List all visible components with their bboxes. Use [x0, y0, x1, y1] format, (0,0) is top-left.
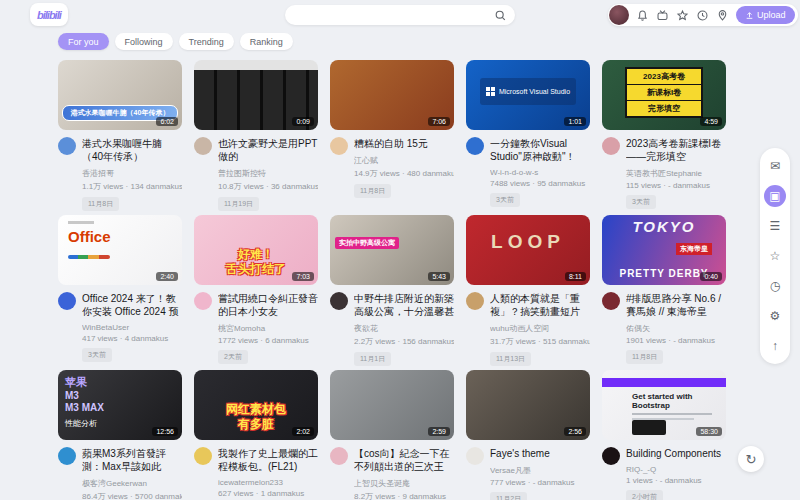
search-icon[interactable] [494, 9, 507, 22]
uploader-avatar[interactable] [58, 292, 76, 310]
tab-following[interactable]: Following [115, 33, 173, 50]
uploader-avatar[interactable] [194, 447, 212, 465]
video-card[interactable]: 网红素材包有多脏 2:02 我製作了史上最爛的工程模板包。(FL21) icew… [194, 370, 318, 500]
video-thumbnail[interactable]: 0:09 [194, 60, 318, 130]
video-thumbnail[interactable]: Get started with Bootstrap 58:30 [602, 370, 726, 440]
video-title[interactable]: 【cos向】紀念一下在不列顛出道的三次王 [354, 447, 454, 473]
video-card[interactable]: 2023高考卷新课标I卷完形填空 4:59 2023高考卷新課標I卷——完形填空… [602, 60, 726, 215]
video-thumbnail[interactable]: TOKYO东海帝皇PRETTY DERBY 0:40 [602, 215, 726, 285]
video-thumbnail[interactable]: 网红素材包有多脏 2:02 [194, 370, 318, 440]
uploader-avatar[interactable] [466, 447, 484, 465]
video-card[interactable]: 好难！舌头打结了 7:03 嘗試用繞口令糾正發音的日本小女友 桃宮Momoha … [194, 215, 318, 370]
video-thumbnail[interactable]: Office 2:40 [58, 215, 182, 285]
video-card[interactable]: Microsoft Visual Studio 1:01 一分鐘教你Visual… [466, 60, 590, 215]
video-title[interactable]: 港式水果咖喱牛腩（40年传承） [82, 137, 182, 163]
menu-toolbar-button[interactable]: ☰ [764, 215, 786, 237]
video-card[interactable]: Get started with Bootstrap 58:30 Buildin… [602, 370, 726, 500]
settings-toolbar-button[interactable]: ⚙ [764, 305, 786, 327]
video-title[interactable]: 也许文豪野犬是用PPT做的 [218, 137, 318, 163]
uploader-name[interactable]: 佑偶矢 [626, 323, 726, 334]
uploader-name[interactable]: icewatermelon233 [218, 478, 318, 487]
video-card[interactable]: 7:06 糟糕的自助 15元 江心赋 14.9万 views · 480 dan… [330, 60, 454, 215]
video-card[interactable]: TOKYO东海帝皇PRETTY DERBY 0:40 #排版思路分享 No.6 … [602, 215, 726, 370]
uploader-name[interactable]: Versae凡墨 [490, 465, 590, 476]
video-title[interactable]: Building Components [626, 447, 726, 460]
uploader-avatar[interactable] [330, 292, 348, 310]
video-title[interactable]: Faye's theme [490, 447, 590, 460]
uploader-avatar[interactable] [194, 137, 212, 155]
video-title[interactable]: 蘋果M3系列首發評測：Max早該如此 [82, 447, 182, 473]
uploader-avatar[interactable] [330, 447, 348, 465]
video-thumbnail[interactable]: 实拍中野高级公寓 5:43 [330, 215, 454, 285]
date-badge: 3天前 [82, 348, 112, 362]
uploader-avatar[interactable] [466, 292, 484, 310]
uploader-name[interactable]: WinBetaUser [82, 323, 182, 332]
video-title[interactable]: 2023高考卷新課標I卷——完形填空 [626, 137, 726, 163]
video-card[interactable]: Office 2:40 Office 2024 来了！教你安装 Office 2… [58, 215, 182, 370]
video-card[interactable]: 苹果M3M3 MAX性能分析 12:56 蘋果M3系列首發評測：Max早該如此 … [58, 370, 182, 500]
video-title[interactable]: 糟糕的自助 15元 [354, 137, 454, 150]
upload-button[interactable]: Upload [736, 6, 795, 24]
uploader-name[interactable]: 桃宮Momoha [218, 323, 318, 334]
video-card[interactable]: 2:59 【cos向】紀念一下在不列顛出道的三次王 上智贝头圣诞庵 8.2万 v… [330, 370, 454, 500]
uploader-name[interactable]: W-i-n-d-o-w-s [490, 168, 590, 177]
uploader-name[interactable]: RIQ-_-Q [626, 465, 726, 474]
uploader-name[interactable]: 上智贝头圣诞庵 [354, 478, 454, 489]
uploader-avatar[interactable] [194, 292, 212, 310]
history-toolbar-button[interactable]: ◷ [764, 275, 786, 297]
uploader-name[interactable]: 普拉图斯控特 [218, 168, 318, 179]
video-card[interactable]: 实拍中野高级公寓 5:43 中野牛排店附近的新築高級公寓，十分溫馨甚至九分乾淨 … [330, 215, 454, 370]
uploader-name[interactable]: 江心赋 [354, 155, 454, 166]
tab-trending[interactable]: Trending [179, 33, 234, 50]
uploader-name[interactable]: 夜欲花 [354, 323, 454, 334]
tab-for-you[interactable]: For you [58, 33, 109, 50]
uploader-name[interactable]: wuhu动画人空间 [490, 323, 590, 334]
video-thumbnail[interactable]: LOOP 8:11 [466, 215, 590, 285]
video-thumbnail[interactable]: 2023高考卷新课标I卷完形填空 4:59 [602, 60, 726, 130]
video-card[interactable]: 港式水果咖喱牛腩（40年传承） 6:02 港式水果咖喱牛腩（40年传承） 香港招… [58, 60, 182, 215]
uploader-avatar[interactable] [602, 447, 620, 465]
video-title[interactable]: #排版思路分享 No.6 / 賽馬娘 // 東海帝皇 [626, 292, 726, 318]
bell-icon[interactable] [636, 9, 649, 22]
refresh-button[interactable]: ↻ [738, 446, 764, 472]
video-title[interactable]: Office 2024 来了！教你安装 Office 2024 预覽版! [82, 292, 182, 318]
video-thumbnail[interactable]: 2:56 [466, 370, 590, 440]
video-title[interactable]: 中野牛排店附近的新築高級公寓，十分溫馨甚至九分乾淨 [354, 292, 454, 318]
uploader-avatar[interactable] [58, 447, 76, 465]
video-thumbnail[interactable]: 2:59 [330, 370, 454, 440]
clock-icon[interactable] [696, 9, 709, 22]
video-card[interactable]: 2:56 Faye's theme Versae凡墨 777 views · -… [466, 370, 590, 500]
message-toolbar-button[interactable]: ✉ [764, 155, 786, 177]
video-title[interactable]: 人類的本質就是「重複」？搞笑動畫短片《LOOP》 [490, 292, 590, 318]
search-input[interactable] [293, 10, 494, 21]
tv-icon[interactable] [656, 9, 669, 22]
favorite-toolbar-button[interactable]: ☆ [764, 245, 786, 267]
star-icon[interactable] [676, 9, 689, 22]
uploader-avatar[interactable] [330, 137, 348, 155]
user-avatar[interactable] [609, 5, 629, 25]
uploader-avatar[interactable] [58, 137, 76, 155]
uploader-name[interactable]: 极客湾Geekerwan [82, 478, 182, 489]
video-thumbnail[interactable]: 苹果M3M3 MAX性能分析 12:56 [58, 370, 182, 440]
video-card[interactable]: LOOP 8:11 人類的本質就是「重複」？搞笑動畫短片《LOOP》 wuhu动… [466, 215, 590, 370]
capture-toolbar-button[interactable]: ▣ [764, 185, 786, 207]
video-thumbnail[interactable]: 7:06 [330, 60, 454, 130]
uploader-avatar[interactable] [602, 137, 620, 155]
video-thumbnail[interactable]: 好难！舌头打结了 7:03 [194, 215, 318, 285]
uploader-name[interactable]: 香港招哥 [82, 168, 182, 179]
video-title[interactable]: 嘗試用繞口令糾正發音的日本小女友 [218, 292, 318, 318]
to-top-toolbar-button[interactable]: ↑ [764, 335, 786, 357]
location-icon[interactable] [716, 9, 729, 22]
uploader-avatar[interactable] [602, 292, 620, 310]
video-card[interactable]: 0:09 也许文豪野犬是用PPT做的 普拉图斯控特 10.8万 views · … [194, 60, 318, 215]
uploader-name[interactable]: 英语教书匠Stephanie [626, 168, 726, 179]
tab-ranking[interactable]: Ranking [240, 33, 293, 50]
bilibili-logo[interactable]: bilibili [30, 3, 68, 26]
video-thumbnail[interactable]: 港式水果咖喱牛腩（40年传承） 6:02 [58, 60, 182, 130]
video-title[interactable]: 我製作了史上最爛的工程模板包。(FL21) [218, 447, 318, 473]
video-title[interactable]: 一分鐘教你Visual Studio"原神啟動"！（適用於Blend） [490, 137, 590, 163]
video-thumbnail[interactable]: Microsoft Visual Studio 1:01 [466, 60, 590, 130]
views-danmaku-count: 2.2万 views · 156 danmakus [354, 336, 454, 347]
uploader-avatar[interactable] [466, 137, 484, 155]
search-bar[interactable] [285, 5, 515, 25]
